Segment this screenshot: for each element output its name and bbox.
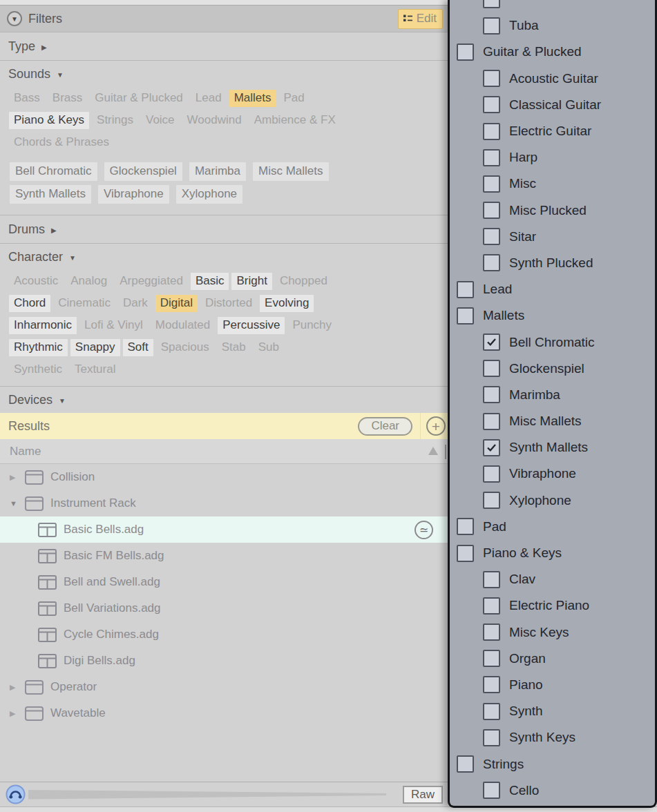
filter-option-synth-plucked[interactable]: Synth Plucked bbox=[450, 250, 655, 276]
filter-option-sitar[interactable]: Sitar bbox=[450, 224, 655, 250]
filter-tag-rhythmic[interactable]: Rhythmic bbox=[9, 339, 68, 356]
filter-tag-pad[interactable]: Pad bbox=[284, 91, 305, 105]
filter-subtag-xylophone[interactable]: Xylophone bbox=[176, 185, 242, 204]
filter-option-misc-plucked[interactable]: Misc Plucked bbox=[450, 197, 655, 224]
checkbox[interactable] bbox=[483, 123, 500, 140]
browser-folder-collision[interactable]: ▶ Collision bbox=[0, 464, 448, 490]
browser-folder-wavetable[interactable]: ▶ Wavetable bbox=[0, 700, 448, 726]
checkbox[interactable] bbox=[483, 228, 500, 245]
checkbox[interactable] bbox=[483, 650, 500, 667]
filter-option-harp[interactable]: Harp bbox=[450, 144, 655, 171]
filter-tag-snappy[interactable]: Snappy bbox=[70, 339, 120, 356]
raw-preview-button[interactable]: Raw bbox=[403, 786, 443, 804]
checkbox[interactable] bbox=[483, 386, 500, 403]
checkbox[interactable] bbox=[457, 755, 474, 773]
filter-tag-chord[interactable]: Chord bbox=[9, 295, 50, 312]
filter-tag-basic[interactable]: Basic bbox=[191, 273, 229, 290]
filter-tag-cinematic[interactable]: Cinematic bbox=[58, 296, 111, 310]
filter-option-misc[interactable]: Misc bbox=[450, 171, 655, 197]
filter-tag-acoustic[interactable]: Acoustic bbox=[14, 274, 58, 288]
filter-option-glockenspiel[interactable]: Glockenspiel bbox=[450, 356, 655, 382]
checkbox[interactable] bbox=[457, 307, 474, 325]
filter-tag-inharmonic[interactable]: Inharmonic bbox=[9, 317, 77, 334]
browser-folder-operator[interactable]: ▶ Operator bbox=[0, 674, 448, 700]
expand-closed-icon[interactable]: ▶ bbox=[10, 473, 19, 482]
filter-tag-stab[interactable]: Stab bbox=[222, 340, 246, 354]
filter-option-synth-mallets[interactable]: Synth Mallets bbox=[450, 434, 655, 461]
filter-tag-synthetic[interactable]: Synthetic bbox=[14, 362, 62, 376]
filter-option-partial[interactable] bbox=[450, 0, 655, 12]
checkbox[interactable] bbox=[483, 676, 500, 693]
preview-headphones-icon[interactable] bbox=[6, 784, 26, 804]
filter-option-marimba[interactable]: Marimba bbox=[450, 382, 655, 408]
add-filter-button[interactable]: + bbox=[426, 416, 446, 436]
checkbox[interactable] bbox=[483, 729, 500, 746]
edit-filters-button[interactable]: Edit bbox=[398, 9, 443, 29]
checkbox[interactable] bbox=[483, 782, 500, 799]
filter-option-organ[interactable]: Organ bbox=[450, 646, 655, 672]
filter-tag-soft[interactable]: Soft bbox=[123, 339, 153, 356]
checkbox[interactable] bbox=[483, 360, 500, 377]
filter-option-bell-chromatic[interactable]: Bell Chromatic bbox=[450, 329, 655, 355]
filter-subtag-marimba[interactable]: Marimba bbox=[189, 162, 246, 181]
filter-tag-evolving[interactable]: Evolving bbox=[260, 295, 314, 312]
filter-tag-sub[interactable]: Sub bbox=[258, 340, 279, 354]
filter-option-misc-mallets[interactable]: Misc Mallets bbox=[450, 408, 655, 434]
checkbox[interactable] bbox=[483, 70, 500, 87]
checkbox[interactable] bbox=[483, 175, 500, 193]
audition-preview-icon[interactable]: ≃ bbox=[415, 521, 433, 539]
filter-tag-guitar-plucked[interactable]: Guitar & Plucked bbox=[95, 91, 183, 105]
checkbox[interactable] bbox=[483, 624, 500, 641]
checkbox[interactable] bbox=[483, 96, 500, 113]
browser-preset-bell-variations-adg[interactable]: Bell Variations.adg bbox=[0, 595, 448, 621]
filter-option-classical-guitar[interactable]: Classical Guitar bbox=[450, 92, 655, 118]
checkbox[interactable] bbox=[483, 492, 500, 509]
filter-option-guitar-plucked[interactable]: Guitar & Plucked bbox=[450, 39, 655, 65]
checkbox[interactable] bbox=[483, 597, 500, 615]
checkbox[interactable] bbox=[483, 202, 500, 219]
checkbox-checked[interactable] bbox=[483, 439, 500, 456]
filter-tag-ambience-fx[interactable]: Ambience & FX bbox=[254, 113, 336, 127]
filter-tag-distorted[interactable]: Distorted bbox=[205, 296, 252, 310]
checkbox[interactable] bbox=[483, 703, 500, 720]
filter-subtag-vibraphone[interactable]: Vibraphone bbox=[98, 185, 169, 204]
checkbox[interactable] bbox=[483, 149, 500, 166]
browser-preset-basic-bells-adg[interactable]: Basic Bells.adg≃ bbox=[0, 516, 448, 543]
filter-option-piano-keys[interactable]: Piano & Keys bbox=[450, 540, 655, 566]
sort-ascending-icon[interactable] bbox=[428, 447, 438, 455]
filter-tag-digital[interactable]: Digital bbox=[155, 295, 198, 312]
checkbox[interactable] bbox=[483, 571, 500, 588]
filter-tag-percussive[interactable]: Percussive bbox=[218, 317, 285, 334]
checkbox[interactable] bbox=[483, 254, 500, 271]
filter-option-pad[interactable]: Pad bbox=[450, 514, 655, 540]
filter-option-acoustic-guitar[interactable]: Acoustic Guitar bbox=[450, 66, 655, 92]
clear-filters-button[interactable]: Clear bbox=[358, 417, 412, 436]
browser-folder-instrument-rack[interactable]: ▼ Instrument Rack bbox=[0, 490, 448, 516]
browser-preset-cycle-chimes-adg[interactable]: Cycle Chimes.adg bbox=[0, 621, 448, 648]
expand-closed-icon[interactable]: ▶ bbox=[10, 683, 19, 692]
filter-tag-bass[interactable]: Bass bbox=[14, 91, 40, 105]
filter-tag-spacious[interactable]: Spacious bbox=[161, 340, 209, 354]
checkbox[interactable] bbox=[483, 465, 500, 483]
filter-option-piano[interactable]: Piano bbox=[450, 672, 655, 698]
filter-tag-arpeggiated[interactable]: Arpeggiated bbox=[120, 274, 183, 288]
checkbox[interactable] bbox=[457, 545, 474, 562]
browser-preset-digi-bells-adg[interactable]: Digi Bells.adg bbox=[0, 648, 448, 674]
browser-preset-bell-and-swell-adg[interactable]: Bell and Swell.adg bbox=[0, 569, 448, 595]
filter-option-electric-piano[interactable]: Electric Piano bbox=[450, 592, 655, 619]
filter-tag-lead[interactable]: Lead bbox=[196, 91, 222, 105]
checkbox[interactable] bbox=[457, 281, 474, 298]
checkbox[interactable] bbox=[483, 17, 500, 35]
filter-option-cello[interactable]: Cello bbox=[450, 777, 655, 804]
filter-option-xylophone[interactable]: Xylophone bbox=[450, 487, 655, 514]
collapse-filters-icon[interactable]: ▼ bbox=[7, 11, 22, 26]
filter-option-mallets[interactable]: Mallets bbox=[450, 302, 655, 329]
filter-subtag-misc-mallets[interactable]: Misc Mallets bbox=[253, 162, 329, 181]
checkbox[interactable] bbox=[483, 413, 500, 430]
filter-option-vibraphone[interactable]: Vibraphone bbox=[450, 461, 655, 487]
filter-tag-bright[interactable]: Bright bbox=[231, 273, 272, 290]
filter-tag-mallets[interactable]: Mallets bbox=[229, 90, 276, 107]
filter-tag-brass[interactable]: Brass bbox=[53, 91, 82, 105]
filter-option-clav[interactable]: Clav bbox=[450, 566, 655, 592]
preview-volume-wedge[interactable] bbox=[28, 789, 386, 801]
